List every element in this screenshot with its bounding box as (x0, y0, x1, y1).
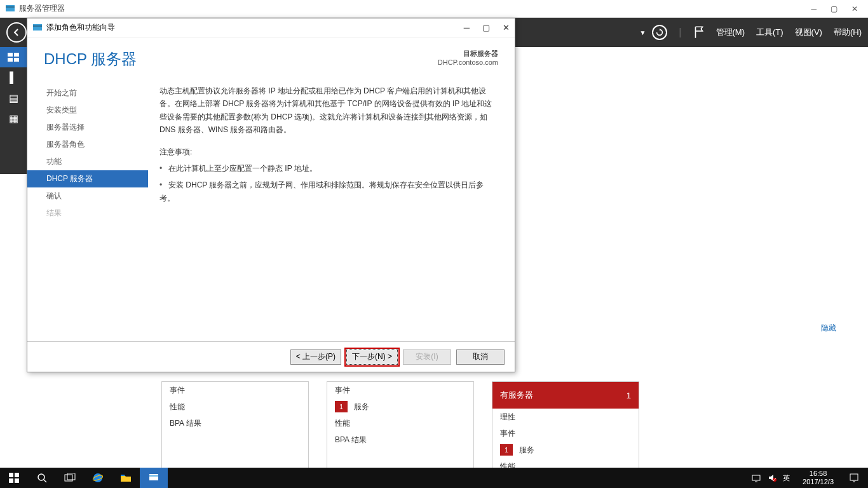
clock-date: 2017/12/3 (803, 478, 834, 486)
alert-badge: 1 (335, 401, 348, 412)
taskbar-ie[interactable] (84, 468, 112, 488)
taskbar-server-manager[interactable] (140, 468, 168, 488)
taskbar: 英 16:58 2017/12/3 (0, 468, 868, 488)
taskbar-explorer[interactable] (112, 468, 140, 488)
svg-rect-9 (15, 473, 19, 477)
clock-time: 16:58 (803, 470, 834, 478)
arrow-left-icon (11, 27, 22, 37)
svg-rect-10 (9, 478, 13, 483)
svg-point-12 (38, 474, 44, 480)
server-manager-icon (148, 473, 159, 483)
main-maximize-button[interactable]: ▢ (831, 4, 837, 13)
volume-muted-icon[interactable] (768, 473, 776, 482)
menu-tools[interactable]: 工具(T) (756, 27, 783, 38)
start-button[interactable] (0, 468, 28, 488)
taskbar-clock[interactable]: 16:58 2017/12/3 (796, 470, 840, 486)
install-button: 安装(I) (403, 349, 451, 365)
system-tray: 英 (745, 473, 796, 483)
next-button[interactable]: 下一步(N) > (346, 349, 398, 365)
main-minimize-button[interactable]: ─ (811, 4, 817, 13)
tile-row-services[interactable]: 1服务 (327, 398, 473, 415)
wizard-header: DHCP 服务器 目标服务器 DHCP.contoso.com (27, 37, 515, 74)
left-sidebar: ▌ ▤ ▦ (0, 47, 27, 174)
previous-button[interactable]: < 上一步(P) (290, 349, 341, 365)
menu-view[interactable]: 视图(V) (795, 27, 822, 38)
notice-label: 注意事项: (159, 146, 494, 158)
tile-row-bpa[interactable]: BPA 结果 (162, 415, 308, 431)
servers-icon: ▤ (9, 92, 18, 104)
notification-icon (849, 473, 859, 483)
cancel-button[interactable]: 取消 (456, 349, 505, 365)
tile-row-bpa[interactable]: BPA 结果 (327, 431, 473, 448)
server-icon: ▌ (10, 72, 17, 83)
sidebar-dashboard[interactable] (0, 47, 27, 67)
svg-rect-4 (8, 58, 13, 62)
wizard-titlebar[interactable]: 添加角色和功能向导 ─ ▢ ✕ (27, 18, 515, 37)
search-button[interactable] (28, 468, 56, 488)
tile-row-events[interactable]: 事件 (492, 425, 639, 442)
tile-row-manageability[interactable]: 理性 (492, 409, 639, 425)
wizard-footer: < 上一步(P) 下一步(N) > 安装(I) 取消 (27, 341, 515, 372)
nav-results: 结果 (27, 205, 148, 222)
svg-rect-8 (9, 473, 13, 477)
tile-row-events[interactable]: 事件 (162, 382, 308, 398)
add-roles-wizard: 添加角色和功能向导 ─ ▢ ✕ DHCP 服务器 目标服务器 DHCP.cont… (27, 18, 515, 372)
wizard-maximize-button[interactable]: ▢ (482, 23, 490, 32)
back-button[interactable] (6, 22, 27, 43)
ime-indicator[interactable]: 英 (783, 473, 790, 483)
hide-link[interactable]: 隐藏 (821, 323, 836, 334)
ie-icon (92, 472, 104, 484)
wizard-title: 添加角色和功能向导 (46, 22, 464, 33)
nav-features[interactable]: 功能 (27, 153, 148, 170)
main-titlebar: 服务器管理器 ─ ▢ ✕ (0, 0, 868, 18)
taskview-icon (64, 473, 76, 482)
windows-icon (9, 473, 19, 483)
tile-row-performance[interactable]: 性能 (327, 415, 473, 431)
menu-help[interactable]: 帮助(H) (834, 27, 862, 38)
tile-header-label: 有服务器 (500, 390, 533, 401)
notifications-button[interactable] (840, 468, 868, 488)
svg-rect-6 (33, 24, 42, 30)
svg-rect-7 (33, 25, 42, 27)
svg-rect-0 (6, 5, 15, 11)
description-paragraph: 动态主机配置协议允许服务器将 IP 地址分配或租用给已作为 DHCP 客户端启用… (159, 85, 494, 137)
svg-point-16 (93, 473, 102, 482)
tile-row-performance[interactable]: 性能 (162, 398, 308, 415)
app-title: 服务器管理器 (19, 3, 811, 14)
tile-header-count: 1 (627, 391, 631, 400)
tile-header-all-servers[interactable]: 有服务器 1 (492, 382, 639, 409)
notice-item-1: •在此计算机上至少应配置一个静态 IP 地址。 (159, 162, 494, 175)
dropdown-caret-icon[interactable]: ▼ (639, 29, 646, 36)
taskview-button[interactable] (56, 468, 84, 488)
nav-confirm[interactable]: 确认 (27, 187, 148, 205)
sidebar-role[interactable]: ▦ (0, 108, 27, 128)
refresh-icon (655, 28, 664, 37)
svg-rect-3 (14, 53, 19, 57)
tile-row-events[interactable]: 事件 (327, 382, 473, 398)
nav-dhcp[interactable]: DHCP 服务器 (27, 170, 148, 187)
wizard-page-title: DHCP 服务器 (44, 49, 137, 69)
wizard-minimize-button[interactable]: ─ (464, 23, 470, 32)
svg-rect-19 (149, 474, 158, 480)
nav-install-type[interactable]: 安装类型 (27, 102, 148, 119)
role-icon: ▦ (9, 112, 18, 125)
main-close-button[interactable]: ✕ (851, 4, 858, 13)
menu-manage[interactable]: 管理(M) (716, 27, 745, 38)
svg-rect-2 (8, 53, 13, 57)
dashboard-icon (8, 53, 19, 62)
wizard-content: 动态主机配置协议允许服务器将 IP 地址分配或租用给已作为 DHCP 客户端启用… (148, 81, 498, 341)
folder-icon (120, 473, 132, 482)
server-manager-icon (5, 4, 15, 14)
flag-icon[interactable] (693, 25, 705, 39)
wizard-close-button[interactable]: ✕ (503, 23, 510, 32)
tile-row-services[interactable]: 1服务 (492, 442, 639, 458)
target-label: 目标服务器 (438, 49, 498, 58)
nav-before-begin[interactable]: 开始之前 (27, 85, 148, 102)
svg-rect-1 (6, 6, 15, 8)
nav-server-select[interactable]: 服务器选择 (27, 119, 148, 136)
sidebar-all[interactable]: ▤ (0, 88, 27, 108)
network-icon[interactable] (751, 473, 761, 482)
refresh-button[interactable] (652, 25, 667, 40)
nav-server-roles[interactable]: 服务器角色 (27, 136, 148, 153)
sidebar-local[interactable]: ▌ (0, 67, 27, 88)
